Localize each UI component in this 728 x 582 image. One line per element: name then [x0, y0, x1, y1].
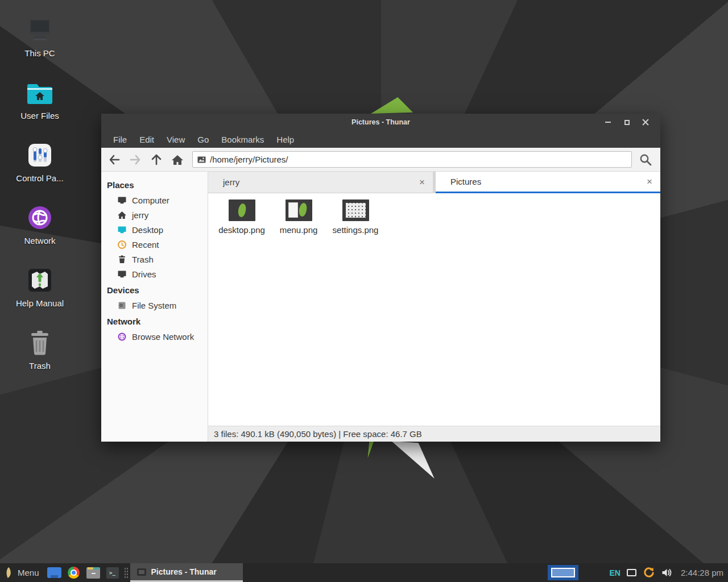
minimize-button[interactable] [602, 117, 614, 128]
tab-pictures[interactable]: Pictures × [436, 172, 660, 193]
status-text: 3 files: 490.1 kB (490,050 bytes) | Free… [214, 429, 422, 439]
taskbar-window-button[interactable]: Pictures - Thunar [130, 563, 243, 582]
window-title: Pictures - Thunar [101, 118, 660, 126]
menu-help[interactable]: Help [270, 132, 300, 147]
file-settings-png[interactable]: settings.png [327, 198, 384, 235]
update-manager-icon[interactable] [643, 567, 655, 579]
menu-bookmarks[interactable]: Bookmarks [215, 132, 270, 147]
tab-close-icon[interactable]: × [419, 177, 425, 187]
desktop-icon-label: User Files [20, 111, 59, 120]
sidebar-item-drives[interactable]: Drives [101, 267, 208, 281]
sidebar-item-label: Trash [132, 255, 154, 264]
maximize-button[interactable] [621, 117, 632, 128]
clock-icon [117, 240, 127, 250]
desktop-icon-label: Network [24, 236, 55, 246]
image-thumbnail [342, 199, 369, 221]
up-arrow-icon [150, 153, 163, 166]
sidebar-item-label: Desktop [132, 225, 163, 235]
sidebar-item-trash[interactable]: Trash [101, 252, 208, 267]
monitor-icon [117, 225, 127, 235]
back-button[interactable] [104, 151, 125, 169]
path-entry[interactable]: /home/jerry/Pictures/ [192, 151, 632, 168]
sidebar-item-label: Browse Network [132, 332, 194, 342]
sidebar-item-label: Recent [132, 240, 159, 250]
tab-close-icon[interactable]: × [647, 177, 652, 186]
menu-file[interactable]: File [107, 132, 133, 147]
sidebar-item-browse-network[interactable]: Browse Network [101, 329, 208, 344]
file-view[interactable]: desktop.png menu.png settings.png [208, 193, 660, 426]
mint-menu-icon [5, 567, 13, 579]
globe-icon [117, 332, 127, 342]
desktop-icon-column: This PC User Files [11, 14, 68, 389]
keyboard-layout-indicator[interactable]: EN [609, 568, 620, 577]
desktop-icon-user-files[interactable]: User Files [11, 76, 68, 139]
desktop-icon-network[interactable]: Network [11, 201, 68, 264]
desktop-icon-control-panel[interactable]: Control Pa... [11, 139, 68, 201]
forward-button[interactable] [125, 151, 146, 169]
trash-icon [117, 255, 127, 264]
sidebar-item-label: jerry [132, 210, 148, 220]
image-thumbnail [229, 199, 255, 221]
back-arrow-icon [108, 154, 121, 165]
home-button[interactable] [167, 151, 188, 169]
chrome-launcher[interactable] [64, 563, 84, 582]
desktop-icon-help-manual[interactable]: Help Manual [11, 264, 68, 326]
sidebar-item-file-system[interactable]: File System [101, 298, 208, 313]
sidebar-item-label: File System [132, 301, 176, 310]
minimize-icon [605, 122, 611, 123]
sidebar-header-places: Places [101, 176, 208, 193]
sidebar-header-devices: Devices [101, 281, 208, 298]
toolbar: /home/jerry/Pictures/ [101, 148, 660, 172]
menu-button[interactable]: Menu [0, 563, 45, 582]
sidebar-item-label: Drives [132, 269, 156, 279]
display-tray-icon[interactable] [627, 569, 636, 576]
desktop-icon-this-pc[interactable]: This PC [11, 14, 68, 76]
network-globe-icon [27, 201, 53, 231]
file-manager-launcher[interactable] [84, 563, 103, 582]
workspace-1[interactable] [551, 568, 575, 577]
monitor-icon [117, 269, 127, 279]
wallpaper-green-sliver [367, 441, 378, 458]
desktop-icon-label: Trash [29, 361, 51, 371]
system-tray: EN 2:44:28 pm [609, 567, 728, 579]
menu-go[interactable]: Go [191, 132, 215, 147]
sidebar-item-recent[interactable]: Recent [101, 237, 208, 252]
menu-view[interactable]: View [160, 132, 191, 147]
terminal-launcher[interactable]: >_ [103, 563, 122, 582]
status-bar: 3 files: 490.1 kB (490,050 bytes) | Free… [208, 426, 660, 442]
sidebar-item-jerry[interactable]: jerry [101, 207, 208, 222]
home-icon [171, 154, 184, 165]
image-file-icon [197, 156, 206, 163]
image-thumbnail [286, 199, 312, 221]
help-manual-icon [27, 264, 53, 293]
menu-edit[interactable]: Edit [133, 132, 160, 147]
workspace-switcher[interactable] [548, 565, 578, 580]
tab-jerry[interactable]: jerry × [208, 172, 433, 193]
search-button[interactable] [634, 151, 657, 169]
monitor-icon [117, 196, 127, 205]
clock[interactable]: 2:44:28 pm [681, 568, 723, 577]
close-icon [642, 119, 649, 126]
file-menu-png[interactable]: menu.png [270, 198, 327, 235]
file-name: desktop.png [218, 225, 265, 235]
file-desktop-png[interactable]: desktop.png [213, 198, 270, 235]
file-manager-icon [86, 567, 100, 579]
desktop-icon-trash[interactable]: Trash [11, 326, 68, 389]
file-name: menu.png [280, 225, 318, 235]
up-button[interactable] [146, 151, 167, 169]
window-titlebar[interactable]: Pictures - Thunar [101, 114, 660, 131]
sidebar-item-desktop[interactable]: Desktop [101, 222, 208, 237]
file-name: settings.png [333, 225, 379, 235]
chrome-icon [68, 567, 80, 579]
volume-icon[interactable] [661, 568, 672, 577]
window-body: Places Computer jerry Desktop [101, 172, 660, 442]
close-button[interactable] [640, 117, 651, 128]
desktop-icon-label: Help Manual [16, 298, 64, 308]
tasklist-grip-handle[interactable] [124, 567, 129, 579]
tab-label: Pictures [450, 177, 481, 186]
desktop-icon-label: Control Pa... [16, 173, 63, 183]
sidebar-item-computer[interactable]: Computer [101, 193, 208, 207]
tab-label: jerry [223, 177, 239, 187]
menu-button-label: Menu [18, 568, 39, 577]
show-desktop-launcher[interactable] [45, 563, 64, 582]
